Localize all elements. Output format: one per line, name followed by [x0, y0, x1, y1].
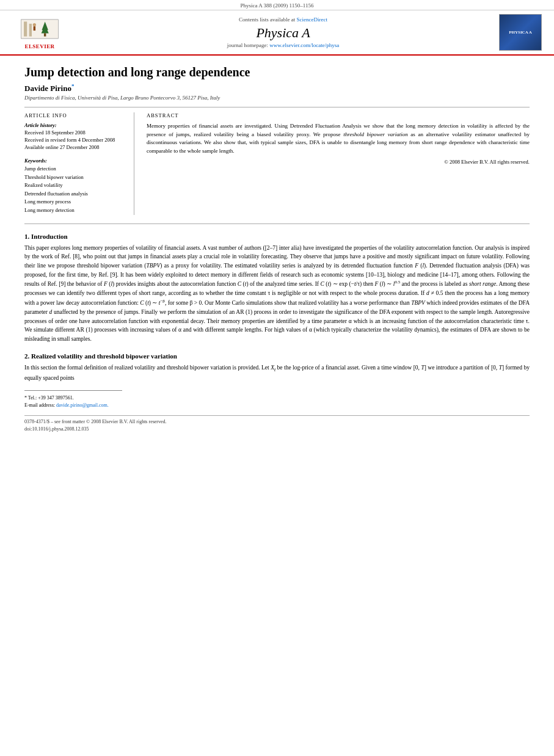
abstract-text: Memory properties of financial assets ar… [147, 122, 530, 155]
keyword-2: Threshold bipower variation [24, 173, 124, 182]
keywords-list: Jump detection Threshold bipower variati… [24, 165, 124, 215]
footer-bar: 0378-4371/$ – see front matter © 2008 El… [24, 415, 530, 433]
section2-paragraph1: In this section the formal definition of… [24, 363, 530, 383]
main-content: Jump detection and long range dependence… [0, 56, 554, 445]
abstract-heading: ABSTRACT [147, 112, 530, 118]
footnote-divider [24, 390, 122, 391]
homepage-line: journal homepage: www.elsevier.com/locat… [67, 42, 499, 48]
contents-line: Contents lists available at ScienceDirec… [67, 16, 499, 23]
svg-rect-1 [24, 21, 27, 36]
divider-1 [24, 107, 530, 107]
journal-center-block: Contents lists available at ScienceDirec… [67, 16, 499, 48]
email-label: E-mail address: [24, 402, 55, 408]
svg-rect-2 [29, 24, 32, 37]
svg-point-6 [33, 23, 36, 26]
keyword-5: Long memory process [24, 198, 124, 206]
author-name: Davide Pirino* [24, 83, 530, 93]
affiliation: Dipartimento di Fisica, Università di Pi… [24, 95, 530, 101]
history-label: Article history: [24, 122, 124, 128]
journal-thumbnail: PHYSICA A [499, 14, 542, 51]
keyword-4: Detrended fluctuation analysis [24, 190, 124, 198]
section1-paragraph1: This paper explores long memory properti… [24, 244, 530, 344]
footer-issn: 0378-4371/$ – see front matter © 2008 El… [24, 418, 530, 426]
svg-rect-7 [34, 26, 35, 31]
svg-rect-5 [44, 33, 46, 36]
elsevier-brand-text: ELSEVIER [24, 43, 54, 49]
article-info-heading: ARTICLE INFO [24, 112, 124, 118]
available-date: Available online 27 December 2008 [24, 144, 124, 151]
email-link[interactable]: davide.pirino@gmail.com. [56, 402, 109, 408]
sciencedirect-link[interactable]: ScienceDirect [297, 16, 327, 23]
keywords-label: Keywords: [24, 158, 124, 164]
section2-heading: 2. Realized volatility and threshold bip… [24, 352, 530, 360]
footnote-email: E-mail address: davide.pirino@gmail.com. [24, 402, 530, 409]
revised-date: Received in revised form 4 December 2008 [24, 137, 124, 144]
section1-heading: 1. Introduction [24, 233, 530, 240]
journal-header: ELSEVIER Contents lists available at Sci… [0, 10, 554, 56]
article-info-column: ARTICLE INFO Article history: Received 1… [24, 112, 134, 214]
elsevier-tree-icon [18, 15, 61, 43]
journal-title: Physica A [67, 25, 499, 41]
footer-doi: doi:10.1016/j.physa.2008.12.035 [24, 426, 530, 433]
citation-bar: Physica A 388 (2009) 1150–1156 [0, 0, 554, 10]
keyword-1: Jump detection [24, 165, 124, 173]
journal-homepage-link[interactable]: www.elsevier.com/locate/physa [269, 42, 339, 48]
received-date: Received 18 September 2008 [24, 129, 124, 137]
article-title: Jump detection and long range dependence [24, 65, 530, 79]
abstract-column: ABSTRACT Memory properties of financial … [147, 112, 530, 214]
keyword-3: Realized volatility [24, 181, 124, 190]
footnote-phone: * Tel.: +39 347 3897561. [24, 394, 530, 402]
copyright-text: © 2008 Elsevier B.V. All rights reserved… [147, 159, 530, 165]
citation-text: Physica A 388 (2009) 1150–1156 [241, 2, 314, 9]
article-body: ARTICLE INFO Article history: Received 1… [24, 112, 530, 214]
keyword-6: Long memory detection [24, 206, 124, 215]
divider-2 [24, 224, 530, 224]
elsevier-logo: ELSEVIER [12, 15, 67, 49]
